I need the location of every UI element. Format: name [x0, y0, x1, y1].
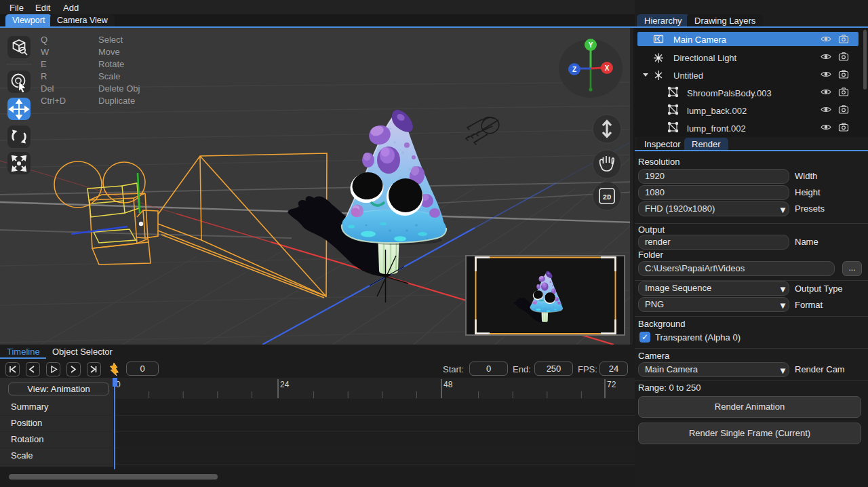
- svg-text:Y: Y: [589, 41, 593, 49]
- svg-text:72: 72: [607, 380, 616, 389]
- svg-text:Z: Z: [572, 66, 576, 73]
- svg-text:48: 48: [443, 380, 453, 389]
- svg-text:2D: 2D: [603, 193, 612, 201]
- svg-text:X: X: [605, 64, 610, 72]
- svg-text:24: 24: [280, 380, 290, 389]
